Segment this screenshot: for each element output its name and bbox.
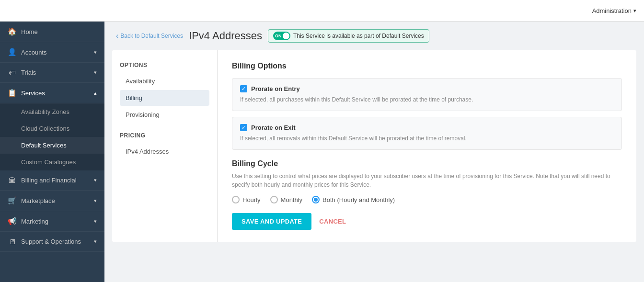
prorate-exit-header: Prorate on Exit xyxy=(240,124,614,131)
main-content: Back to Default Services IPv4 Addresses … xyxy=(104,22,644,282)
marketing-icon: 📢 xyxy=(8,217,16,226)
menu-item-provisioning[interactable]: Provisioning xyxy=(120,107,209,123)
availability-toggle-badge[interactable]: ON This Service is available as part of … xyxy=(268,29,429,43)
radio-hourly-label: Hourly xyxy=(242,196,261,203)
pricing-section-title: PRICING xyxy=(120,132,209,139)
chevron-up-icon: ▴ xyxy=(94,90,97,96)
billing-content-panel: Billing Options Prorate on Entry If sele… xyxy=(218,50,636,242)
sidebar-item-accounts[interactable]: 👤 Accounts ▾ xyxy=(0,42,104,63)
radio-both[interactable]: Both (Hourly and Monthly) xyxy=(312,196,395,203)
admin-menu[interactable]: Administration xyxy=(592,7,636,14)
sidebar-item-services[interactable]: 📋 Services ▴ xyxy=(0,83,104,103)
prorate-exit-card: Prorate on Exit If selected, all removal… xyxy=(232,117,622,150)
billing-cycle-title: Billing Cycle xyxy=(232,159,622,168)
content-card: OPTIONS Availability Billing Provisionin… xyxy=(112,50,636,242)
prorate-entry-card: Prorate on Entry If selected, all purcha… xyxy=(232,78,622,111)
prorate-exit-title: Prorate on Exit xyxy=(251,124,295,131)
sidebar-item-home[interactable]: 🏠 Home xyxy=(0,22,104,42)
billing-cycle-desc: Use this setting to control what prices … xyxy=(232,172,622,189)
menu-item-ipv4[interactable]: IPv4 Addresses xyxy=(120,144,209,159)
prorate-entry-title: Prorate on Entry xyxy=(251,85,300,92)
chevron-down-icon: ▾ xyxy=(94,198,97,204)
chevron-down-icon: ▾ xyxy=(94,238,97,245)
radio-hourly-circle xyxy=(232,196,240,203)
prorate-exit-desc: If selected, all removals within this De… xyxy=(240,134,614,143)
back-link[interactable]: Back to Default Services xyxy=(116,32,183,40)
prorate-entry-header: Prorate on Entry xyxy=(240,85,614,92)
services-icon: 📋 xyxy=(8,89,16,97)
sidebar-item-availability-zones[interactable]: Availability Zones xyxy=(0,103,104,120)
toggle-on-label: ON xyxy=(275,34,282,38)
availability-toggle-switch[interactable]: ON xyxy=(273,32,290,40)
radio-hourly[interactable]: Hourly xyxy=(232,196,261,203)
chevron-down-icon: ▾ xyxy=(94,49,97,56)
radio-monthly-label: Monthly xyxy=(281,196,303,203)
sidebar-item-billing[interactable]: 🏛 Billing and Financial ▾ xyxy=(0,170,104,191)
toggle-description: This Service is available as part of Def… xyxy=(293,33,424,39)
sidebar-item-trials[interactable]: 🏷 Trials ▾ xyxy=(0,63,104,83)
button-row: SAVE AND UPDATE CANCEL xyxy=(232,213,622,230)
sidebar-item-support[interactable]: 🖥 Support & Operations ▾ xyxy=(0,232,104,252)
prorate-entry-desc: If selected, all purchases within this D… xyxy=(240,95,614,104)
toggle-knob xyxy=(283,33,289,39)
radio-monthly[interactable]: Monthly xyxy=(270,196,303,203)
sidebar-services-submenu: Availability Zones Cloud Collections Def… xyxy=(0,103,104,170)
billing-options-title: Billing Options xyxy=(232,62,622,70)
accounts-icon: 👤 xyxy=(8,48,16,56)
menu-item-availability[interactable]: Availability xyxy=(120,73,209,89)
chevron-down-icon: ▾ xyxy=(94,69,97,76)
topbar: Administration xyxy=(0,0,644,22)
trials-icon: 🏷 xyxy=(8,68,16,77)
page-title: IPv4 Addresses xyxy=(189,30,262,42)
marketplace-icon: 🛒 xyxy=(8,196,16,205)
support-icon: 🖥 xyxy=(8,237,16,246)
billing-icon: 🏛 xyxy=(8,176,16,184)
sidebar: 🏠 Home 👤 Accounts ▾ 🏷 Trials ▾ 📋 Service… xyxy=(0,22,104,282)
radio-both-label: Both (Hourly and Monthly) xyxy=(322,196,395,203)
save-update-button[interactable]: SAVE AND UPDATE xyxy=(232,213,311,230)
chevron-down-icon: ▾ xyxy=(94,218,97,225)
radio-monthly-circle xyxy=(270,196,278,203)
prorate-entry-checkbox[interactable] xyxy=(240,85,247,92)
chevron-down-icon: ▾ xyxy=(94,177,97,183)
sidebar-item-custom-catalogues[interactable]: Custom Catalogues xyxy=(0,154,104,170)
cancel-button[interactable]: CANCEL xyxy=(319,218,346,225)
sidebar-item-cloud-collections[interactable]: Cloud Collections xyxy=(0,120,104,137)
billing-cycle-radio-group: Hourly Monthly Both (Hourly and Monthly) xyxy=(232,196,622,203)
sidebar-item-default-services[interactable]: Default Services xyxy=(0,137,104,154)
sidebar-item-marketplace[interactable]: 🛒 Marketplace ▾ xyxy=(0,191,104,211)
menu-item-billing[interactable]: Billing xyxy=(120,90,209,106)
billing-cycle-section: Billing Cycle Use this setting to contro… xyxy=(232,159,622,230)
options-panel: OPTIONS Availability Billing Provisionin… xyxy=(112,50,218,242)
prorate-exit-checkbox[interactable] xyxy=(240,124,247,131)
radio-both-circle xyxy=(312,196,320,203)
home-icon: 🏠 xyxy=(8,27,16,36)
sidebar-item-marketing[interactable]: 📢 Marketing ▾ xyxy=(0,211,104,232)
page-header: Back to Default Services IPv4 Addresses … xyxy=(104,22,644,50)
options-section-title: OPTIONS xyxy=(120,62,209,68)
